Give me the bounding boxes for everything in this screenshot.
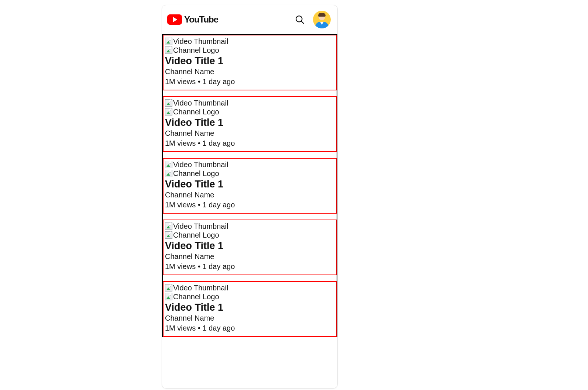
channel-logo[interactable]: Channel Logo	[165, 169, 334, 178]
channel-logo-alt-text: Channel Logo	[173, 107, 219, 116]
video-meta: 1M views • 1 day ago	[165, 138, 334, 148]
channel-name[interactable]: Channel Name	[165, 190, 334, 200]
channel-name[interactable]: Channel Name	[165, 128, 334, 138]
video-thumbnail[interactable]: Video Thumbnail	[165, 160, 334, 169]
youtube-logo[interactable]: YouTube	[167, 14, 218, 25]
video-thumbnail[interactable]: Video Thumbnail	[165, 283, 334, 292]
video-card[interactable]: Video Thumbnail Channel Logo Video Title…	[163, 96, 337, 152]
broken-image-icon	[165, 293, 172, 300]
broken-image-icon	[165, 99, 172, 107]
header-actions	[295, 11, 331, 28]
channel-logo[interactable]: Channel Logo	[165, 231, 334, 239]
video-list: Video Thumbnail Channel Logo Video Title…	[162, 34, 337, 337]
video-title[interactable]: Video Title 1	[165, 55, 334, 67]
broken-image-icon	[165, 38, 172, 45]
video-title[interactable]: Video Title 1	[165, 240, 334, 252]
youtube-play-icon	[167, 14, 182, 25]
video-meta: 1M views • 1 day ago	[165, 77, 334, 87]
video-thumbnail[interactable]: Video Thumbnail	[165, 222, 334, 231]
channel-logo[interactable]: Channel Logo	[165, 292, 334, 301]
video-title[interactable]: Video Title 1	[165, 302, 334, 313]
video-title[interactable]: Video Title 1	[165, 117, 334, 128]
broken-image-icon	[165, 46, 172, 54]
channel-name[interactable]: Channel Name	[165, 313, 334, 323]
thumbnail-alt-text: Video Thumbnail	[173, 222, 228, 231]
channel-logo-alt-text: Channel Logo	[173, 292, 219, 301]
video-card[interactable]: Video Thumbnail Channel Logo Video Title…	[163, 281, 337, 337]
video-meta: 1M views • 1 day ago	[165, 200, 334, 210]
broken-image-icon	[165, 231, 172, 239]
device-frame: YouTube Video Thumbnail	[162, 5, 338, 389]
channel-name[interactable]: Channel Name	[165, 252, 334, 262]
thumbnail-alt-text: Video Thumbnail	[173, 283, 228, 292]
broken-image-icon	[165, 108, 172, 115]
thumbnail-alt-text: Video Thumbnail	[173, 160, 228, 169]
youtube-wordmark: YouTube	[184, 14, 218, 25]
video-thumbnail[interactable]: Video Thumbnail	[165, 99, 334, 107]
video-meta: 1M views • 1 day ago	[165, 262, 334, 272]
user-avatar[interactable]	[313, 11, 331, 28]
channel-logo-alt-text: Channel Logo	[173, 46, 219, 55]
broken-image-icon	[165, 284, 172, 291]
video-card[interactable]: Video Thumbnail Channel Logo Video Title…	[163, 158, 337, 214]
channel-logo[interactable]: Channel Logo	[165, 46, 334, 55]
channel-name[interactable]: Channel Name	[165, 67, 334, 77]
video-meta: 1M views • 1 day ago	[165, 323, 334, 333]
app-header: YouTube	[162, 5, 337, 34]
video-thumbnail[interactable]: Video Thumbnail	[165, 37, 334, 46]
video-card[interactable]: Video Thumbnail Channel Logo Video Title…	[163, 35, 337, 90]
thumbnail-alt-text: Video Thumbnail	[173, 37, 228, 46]
broken-image-icon	[165, 161, 172, 168]
channel-logo-alt-text: Channel Logo	[173, 231, 219, 239]
search-icon[interactable]	[295, 14, 305, 25]
svg-line-1	[301, 21, 303, 23]
broken-image-icon	[165, 222, 172, 230]
video-card[interactable]: Video Thumbnail Channel Logo Video Title…	[163, 220, 337, 275]
channel-logo[interactable]: Channel Logo	[165, 107, 334, 116]
video-title[interactable]: Video Title 1	[165, 179, 334, 190]
thumbnail-alt-text: Video Thumbnail	[173, 99, 228, 107]
broken-image-icon	[165, 170, 172, 177]
channel-logo-alt-text: Channel Logo	[173, 169, 219, 178]
